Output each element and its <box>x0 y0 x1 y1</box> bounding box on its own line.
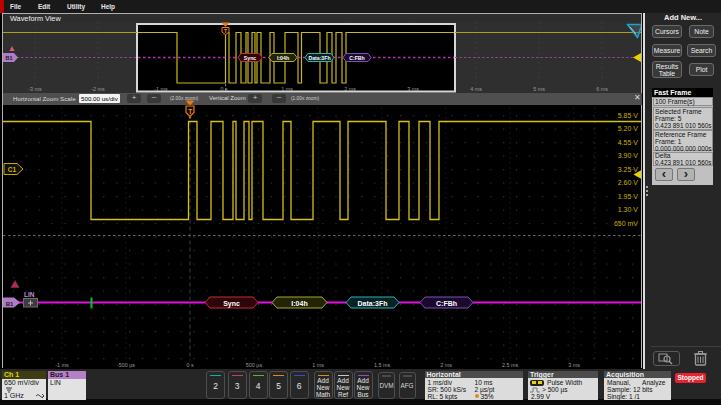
svg-text:3.90 V: 3.90 V <box>618 152 639 159</box>
svg-text:I:04h: I:04h <box>291 299 307 306</box>
svg-text:1 ms: 1 ms <box>312 361 324 367</box>
svg-text:4 ms: 4 ms <box>470 86 482 92</box>
svg-text:2.60 V: 2.60 V <box>618 179 639 186</box>
svg-text:0 s: 0 s <box>186 361 193 367</box>
svg-text:5.85 V: 5.85 V <box>618 111 639 118</box>
svg-text:1.30 V: 1.30 V <box>618 206 639 213</box>
svg-text:C1: C1 <box>8 165 17 172</box>
svg-text:-3 ms: -3 ms <box>28 86 42 92</box>
svg-text:C:FBh: C:FBh <box>436 299 457 306</box>
svg-text:-1 ms: -1 ms <box>154 86 168 92</box>
svg-text:4.55 V: 4.55 V <box>618 138 639 145</box>
svg-text:LIN: LIN <box>24 290 35 297</box>
svg-text:Data:3Fh: Data:3Fh <box>308 55 330 61</box>
svg-text:3.25 V: 3.25 V <box>618 165 639 172</box>
svg-text:T: T <box>224 28 227 34</box>
svg-text:B1: B1 <box>6 300 14 306</box>
svg-text:2 ms: 2 ms <box>440 361 452 367</box>
svg-text:Sync: Sync <box>223 299 240 307</box>
svg-text:0 s: 0 s <box>220 86 227 92</box>
svg-text:-500 µs: -500 µs <box>117 361 135 367</box>
svg-text:B1: B1 <box>5 55 12 61</box>
svg-text:5.20 V: 5.20 V <box>618 125 639 132</box>
svg-text:650 mV: 650 mV <box>614 219 638 226</box>
svg-text:2.5 ms: 2.5 ms <box>502 361 518 367</box>
svg-text:-2 ms: -2 ms <box>91 86 105 92</box>
svg-text:T: T <box>188 108 192 115</box>
svg-text:1.5 ms: 1.5 ms <box>374 361 390 367</box>
svg-text:2 ms: 2 ms <box>344 86 356 92</box>
svg-text:-1 ms: -1 ms <box>55 361 69 367</box>
svg-text:1.95 V: 1.95 V <box>618 192 639 199</box>
svg-text:Data:3Fh: Data:3Fh <box>358 299 388 306</box>
svg-text:3 ms: 3 ms <box>568 361 580 367</box>
svg-text:I:04h: I:04h <box>277 55 289 61</box>
svg-text:6 ms: 6 ms <box>596 86 608 92</box>
svg-text:C:FBh: C:FBh <box>349 55 365 61</box>
svg-text:5 ms: 5 ms <box>533 86 545 92</box>
svg-text:500 µs: 500 µs <box>246 361 263 367</box>
svg-text:3 ms: 3 ms <box>407 86 419 92</box>
svg-text:Sync: Sync <box>244 55 257 61</box>
svg-text:1 ms: 1 ms <box>281 86 293 92</box>
